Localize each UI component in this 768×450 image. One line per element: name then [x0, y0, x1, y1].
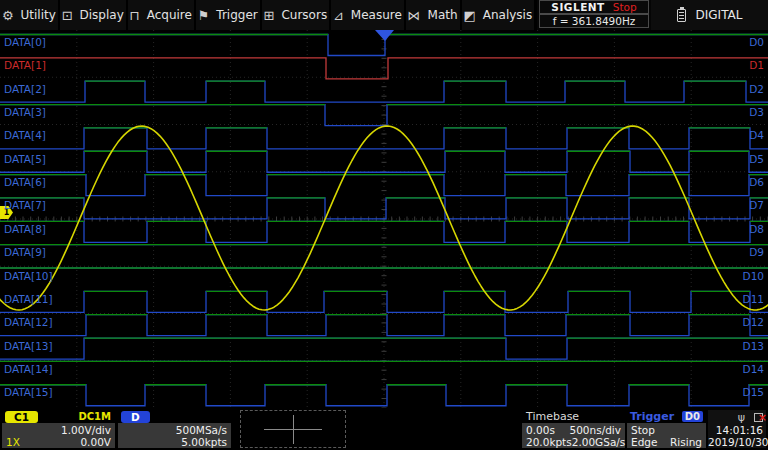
channel-label-d13[interactable]: DATA[13]: [4, 340, 53, 352]
channel-position-d14: D14: [743, 363, 764, 375]
gear-icon: ⚙: [2, 8, 14, 23]
menu-item-label: Analysis: [483, 8, 532, 22]
menu-item-math[interactable]: ⋈Math: [406, 0, 462, 30]
channel-position-d3: D3: [749, 106, 764, 118]
menu-item-label: Display: [80, 8, 124, 22]
battery-icon: [677, 9, 686, 22]
channel-label-d9[interactable]: DATA[9]: [4, 246, 46, 258]
timebase-delay: 0.00s: [526, 424, 555, 436]
digital-mem-depth: 5.00kpts: [181, 436, 227, 448]
channel-position-d5: D5: [749, 153, 764, 165]
channel1-descriptor-box[interactable]: C1 DC1M 1.00V/div 1X 0.00V: [2, 410, 115, 448]
bottom-status-bar: C1 DC1M 1.00V/div 1X 0.00V D 500MSa/s 5.…: [0, 408, 768, 450]
measure-icon: ⊿: [333, 8, 344, 23]
channel-label-d1[interactable]: DATA[1]: [4, 59, 46, 71]
channel-position-d13: D13: [743, 340, 764, 352]
channel-label-d12[interactable]: DATA[12]: [4, 316, 53, 328]
cursors-icon: ⊞: [264, 8, 275, 23]
menu-item-label: Cursors: [281, 8, 327, 22]
timebase-depth: 20.0kpts: [526, 436, 572, 448]
menu-item-digital[interactable]: DIGITAL: [651, 0, 768, 30]
system-info-box: ψ 14:01:16 2019/10/30: [708, 410, 766, 448]
menu-item-label: Trigger: [216, 8, 257, 22]
crosshair-icon: [293, 415, 294, 444]
usb-icon: ψ: [738, 412, 745, 423]
channel-position-d8: D8: [749, 223, 764, 235]
menu-bar: ⚙Utility⊡Display⊓Acquire⚑Trigger⊞Cursors…: [0, 0, 536, 30]
digital-trace-d7: [0, 198, 768, 219]
frequency-readout: f = 361.8490Hz: [553, 15, 636, 27]
frequency-counter-row: f = 361.8490Hz: [539, 14, 649, 28]
trigger-descriptor-box[interactable]: Trigger D0 Stop Edge Rising: [627, 410, 706, 448]
channel-position-d7: D7: [749, 199, 764, 211]
channel-label-d6[interactable]: DATA[6]: [4, 176, 46, 188]
channel-label-d14[interactable]: DATA[14]: [4, 363, 53, 375]
channel-label-d4[interactable]: DATA[4]: [4, 129, 46, 141]
timebase-title: Timebase: [522, 410, 625, 423]
menu-item-cursors[interactable]: ⊞Cursors: [262, 0, 331, 30]
digital-trace-d13: [0, 338, 768, 359]
status-cluster: SIGLENT Stop f = 361.8490Hz: [537, 0, 651, 30]
channel-label-d8[interactable]: DATA[8]: [4, 223, 46, 235]
math-icon: ⋈: [408, 8, 421, 23]
trigger-title: Trigger: [630, 410, 674, 423]
timebase-scale: 500ns/div: [569, 424, 621, 436]
channel-label-d10[interactable]: DATA[10]: [4, 270, 53, 282]
digital-badge: D: [121, 411, 150, 423]
menu-item-acquire[interactable]: ⊓Acquire: [128, 0, 196, 30]
empty-descriptor-slot[interactable]: [240, 410, 346, 448]
menu-item-utility[interactable]: ⚙Utility: [0, 0, 60, 30]
channel-label-d5[interactable]: DATA[5]: [4, 153, 46, 165]
timebase-descriptor-box[interactable]: Timebase 0.00s 500ns/div 20.0kpts 2.00GS…: [522, 410, 625, 448]
channel1-vdiv: 1.00V/div: [61, 424, 111, 436]
acquire-icon: ⊓: [130, 8, 140, 23]
trigger-type: Edge: [631, 436, 657, 448]
brand-status-row: SIGLENT Stop: [539, 0, 649, 14]
menu-item-analysis[interactable]: ◩Analysis: [462, 0, 537, 30]
menu-item-measure[interactable]: ⊿Measure: [331, 0, 406, 30]
digital-descriptor-box[interactable]: D 500MSa/s 5.00kpts: [118, 410, 231, 448]
trigger-status: Stop: [631, 424, 655, 436]
channel-label-d2[interactable]: DATA[2]: [4, 83, 46, 95]
clock-date: 2019/10/30: [708, 436, 763, 448]
timebase-rate: 2.00GSa/s: [572, 436, 626, 448]
menu-item-trigger[interactable]: ⚑Trigger: [196, 0, 262, 30]
channel1-coupling: DC1M: [78, 411, 111, 422]
channel-position-d1: D1: [749, 59, 764, 71]
waveform-area: 1 DATA[0]D0DATA[1]D1DATA[2]D2DATA[3]D3DA…: [0, 30, 768, 408]
menu-item-label: Math: [428, 8, 458, 22]
clock-time: 14:01:16: [708, 424, 763, 436]
trigger-flag-icon: ⚑: [198, 8, 210, 23]
acquisition-state: Stop: [613, 1, 637, 13]
channel-position-d9: D9: [749, 246, 764, 258]
channel-position-d0: D0: [749, 36, 764, 48]
lan-disconnected-icon: [754, 413, 763, 422]
channel-label-d7[interactable]: DATA[7]: [4, 199, 46, 211]
channel-position-d10: D10: [743, 270, 764, 282]
channel-position-d4: D4: [749, 129, 764, 141]
trigger-source-badge: D0: [682, 411, 703, 422]
digital-trace-d6: [0, 175, 768, 196]
digital-sample-rate: 500MSa/s: [176, 424, 227, 436]
digital-trace-d1: [0, 58, 768, 79]
menu-item-display[interactable]: ⊡Display: [60, 0, 128, 30]
waveform-plot: [0, 30, 768, 408]
digital-trace-d8: [0, 221, 768, 242]
channel-position-d2: D2: [749, 83, 764, 95]
analysis-icon: ◩: [463, 8, 475, 23]
channel1-badge: C1: [5, 411, 38, 423]
menu-item-label: Acquire: [147, 8, 192, 22]
channel-position-d12: D12: [743, 316, 764, 328]
trigger-position-marker[interactable]: [375, 30, 394, 41]
oscilloscope-screen: ⚙Utility⊡Display⊓Acquire⚑Trigger⊞Cursors…: [0, 0, 768, 450]
trigger-slope: Rising: [670, 436, 702, 448]
channel-label-d15[interactable]: DATA[15]: [4, 386, 53, 398]
display-icon: ⊡: [62, 8, 73, 23]
channel-label-d0[interactable]: DATA[0]: [4, 36, 46, 48]
digital-trace-d2: [0, 81, 768, 102]
siglent-logo: SIGLENT: [551, 1, 604, 13]
channel-position-d6: D6: [749, 176, 764, 188]
channel-position-d11: D11: [743, 293, 764, 305]
channel-label-d3[interactable]: DATA[3]: [4, 106, 46, 118]
channel-label-d11[interactable]: DATA[11]: [4, 293, 53, 305]
